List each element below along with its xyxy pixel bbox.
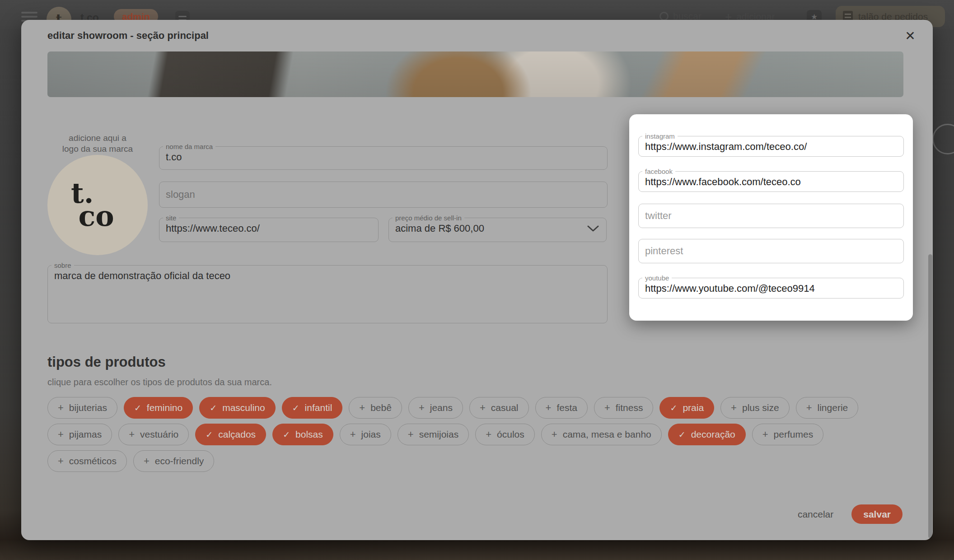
product-type-chip[interactable]: +perfumes xyxy=(752,424,823,445)
site-field-wrap: site xyxy=(159,214,379,242)
product-type-chip[interactable]: ✓praia xyxy=(659,397,714,419)
product-type-chip[interactable]: ✓bolsas xyxy=(272,424,333,445)
plus-icon: + xyxy=(546,403,552,413)
product-type-chip[interactable]: ✓calçados xyxy=(195,424,266,445)
product-type-chip[interactable]: +semijoias xyxy=(398,424,469,445)
chip-label: lingerie xyxy=(818,402,848,413)
youtube-input[interactable] xyxy=(639,282,903,298)
save-button[interactable]: salvar xyxy=(851,504,903,524)
facebook-input[interactable] xyxy=(639,175,903,191)
plus-icon: + xyxy=(480,403,486,413)
instagram-input[interactable] xyxy=(639,140,903,156)
showroom-banner-image xyxy=(47,51,903,97)
chip-label: feminino xyxy=(147,402,182,413)
product-type-chip[interactable]: +bebê xyxy=(349,397,402,419)
product-type-chip[interactable]: +eco-friendly xyxy=(133,450,214,472)
chip-row: +bijuterias✓feminino✓masculino✓infantil+… xyxy=(47,397,910,419)
product-types-title: tipos de produtos xyxy=(47,354,166,370)
chip-label: cosméticos xyxy=(69,456,117,467)
chip-label: bebê xyxy=(370,402,392,413)
check-icon: ✓ xyxy=(206,430,213,439)
cancel-button[interactable]: cancelar xyxy=(798,509,833,520)
product-type-chip[interactable]: +festa xyxy=(535,397,588,419)
logo-text: co xyxy=(78,205,114,228)
chip-label: jeans xyxy=(430,402,453,413)
chip-label: cama, mesa e banho xyxy=(563,429,651,440)
facebook-label: facebook xyxy=(642,168,675,175)
chip-label: pijamas xyxy=(69,429,102,440)
youtube-field-wrap: youtube xyxy=(638,274,904,299)
sell-in-field-wrap: preço médio de sell-in acima de R$ 600,0… xyxy=(388,214,607,242)
plus-icon: + xyxy=(58,456,64,466)
plus-icon: + xyxy=(58,429,64,439)
twitter-field-wrap xyxy=(638,204,904,228)
chip-label: eco-friendly xyxy=(155,456,204,467)
chip-label: fitness xyxy=(616,402,643,413)
youtube-label: youtube xyxy=(642,274,672,282)
product-type-chip[interactable]: +casual xyxy=(469,397,529,419)
check-icon: ✓ xyxy=(283,430,290,439)
chip-label: joias xyxy=(361,429,381,440)
slogan-input[interactable] xyxy=(159,189,607,201)
chip-row: +pijamas+vestuário✓calçados✓bolsas+joias… xyxy=(47,424,910,445)
chip-label: bijuterias xyxy=(69,402,107,413)
product-type-chip[interactable]: +lingerie xyxy=(796,397,859,419)
check-icon: ✓ xyxy=(678,430,686,439)
close-icon[interactable]: ✕ xyxy=(901,27,919,45)
check-icon: ✓ xyxy=(210,404,217,412)
product-type-chip[interactable]: ✓decoração xyxy=(668,424,746,445)
product-type-chip[interactable]: +joias xyxy=(340,424,391,445)
sell-in-value: acima de R$ 600,00 xyxy=(389,222,484,238)
modal-scrollbar[interactable] xyxy=(928,254,932,538)
chip-row: +cosméticos+eco-friendly xyxy=(47,450,910,472)
site-input[interactable] xyxy=(159,222,378,238)
edit-showroom-modal: editar showroom - seção principal ✕ adic… xyxy=(21,20,933,540)
about-field-wrap: sobre xyxy=(47,261,608,323)
product-type-chip[interactable]: ✓feminino xyxy=(124,397,193,419)
chevron-down-icon xyxy=(587,225,599,232)
social-links-card: instagram facebook youtube xyxy=(629,114,913,321)
chip-label: plus size xyxy=(742,402,779,413)
chip-label: decoração xyxy=(691,429,735,440)
chip-label: infantil xyxy=(305,402,332,413)
brand-name-input[interactable] xyxy=(159,150,607,167)
chip-label: masculino xyxy=(222,402,265,413)
sell-in-select[interactable]: acima de R$ 600,00 xyxy=(389,222,606,238)
product-type-chip[interactable]: ✓masculino xyxy=(199,397,275,419)
plus-icon: + xyxy=(486,429,491,439)
chip-label: semijoias xyxy=(419,429,459,440)
pinterest-field-wrap xyxy=(638,239,904,263)
pinterest-input[interactable] xyxy=(639,245,903,257)
logo-upload-area[interactable]: t. co xyxy=(47,155,148,255)
product-type-chip[interactable]: +bijuterias xyxy=(47,397,117,419)
brand-name-field-wrap: nome da marca xyxy=(159,143,608,170)
product-type-chip[interactable]: +plus size xyxy=(720,397,790,419)
chip-label: casual xyxy=(491,402,519,413)
product-type-chip[interactable]: +jeans xyxy=(408,397,463,419)
slogan-field-wrap xyxy=(159,182,608,208)
product-type-chips: +bijuterias✓feminino✓masculino✓infantil+… xyxy=(47,397,910,472)
chip-label: calçados xyxy=(218,429,256,440)
instagram-label: instagram xyxy=(642,132,678,140)
modal-footer: cancelar salvar xyxy=(798,504,903,524)
brand-name-label: nome da marca xyxy=(163,143,215,150)
chip-label: bolsas xyxy=(295,429,323,440)
product-type-chip[interactable]: +cosméticos xyxy=(47,450,127,472)
product-type-chip[interactable]: ✓infantil xyxy=(282,397,343,419)
twitter-input[interactable] xyxy=(639,210,903,222)
plus-icon: + xyxy=(419,403,425,413)
about-textarea[interactable] xyxy=(48,269,607,285)
chip-label: praia xyxy=(683,402,704,413)
plus-icon: + xyxy=(731,403,737,413)
about-label: sobre xyxy=(51,261,74,269)
chip-label: festa xyxy=(556,402,577,413)
plus-icon: + xyxy=(408,429,414,439)
check-icon: ✓ xyxy=(292,404,299,412)
product-type-chip[interactable]: +vestuário xyxy=(118,424,189,445)
plus-icon: + xyxy=(129,429,135,439)
product-type-chip[interactable]: +cama, mesa e banho xyxy=(541,424,662,445)
product-type-chip[interactable]: +óculos xyxy=(475,424,535,445)
check-icon: ✓ xyxy=(134,404,141,412)
product-type-chip[interactable]: +fitness xyxy=(594,397,654,419)
product-type-chip[interactable]: +pijamas xyxy=(47,424,112,445)
